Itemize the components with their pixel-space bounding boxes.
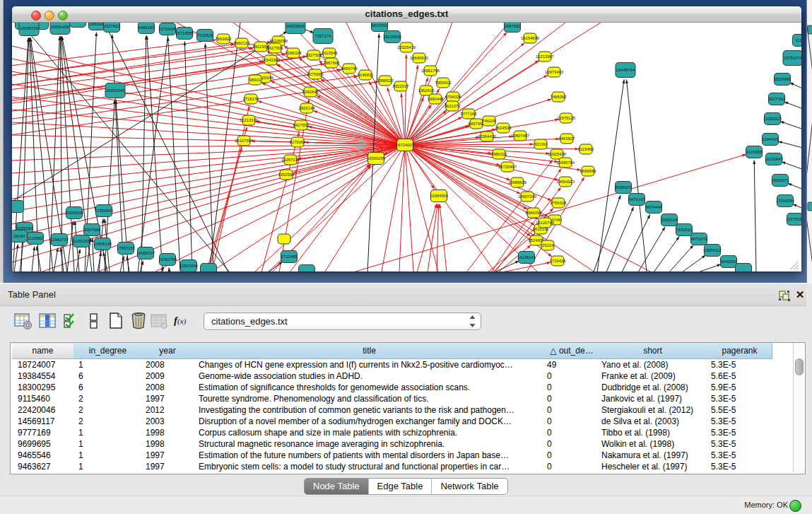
table-cell[interactable]: 5.3E-5 <box>711 393 772 404</box>
table-cell[interactable]: 1 <box>78 359 142 370</box>
column-header-title[interactable]: title <box>193 343 546 359</box>
table-cell[interactable]: 5.3E-5 <box>711 359 772 370</box>
graph-node-teal[interactable]: 14055724 <box>19 23 39 36</box>
graph-node-teal[interactable]: 5710485 <box>281 251 298 263</box>
table-source-dropdown[interactable]: citations_edges.txt <box>204 313 481 330</box>
table-cell[interactable]: 0 <box>547 438 598 450</box>
graph-node-teal[interactable]: 9529966 <box>775 74 792 86</box>
table-cell[interactable]: 14569117 <box>18 416 73 427</box>
table-cell[interactable]: 2 <box>78 393 142 404</box>
fx-icon[interactable]: f(x) <box>174 315 195 333</box>
graph-node-yellow[interactable]: 13654923 <box>556 177 575 187</box>
table-cell[interactable]: 18724007 <box>18 359 73 370</box>
table-cell[interactable]: Yano et al. (2008) <box>601 359 707 370</box>
table-cell[interactable]: 9699695 <box>18 438 73 450</box>
table-cell[interactable]: 1998 <box>146 427 193 438</box>
graph-node-teal[interactable] <box>299 265 315 272</box>
graph-node-teal[interactable]: 17359934 <box>95 205 114 217</box>
table-cell[interactable]: 1997 <box>146 450 193 461</box>
trash-icon[interactable] <box>129 312 148 330</box>
graph-node-teal[interactable]: 39154 <box>12 230 28 243</box>
table-cell[interactable]: 18300295 <box>18 382 73 393</box>
table-cell[interactable]: 2009 <box>146 370 193 382</box>
window-resize-grip[interactable] <box>789 260 800 270</box>
graph-node-teal[interactable]: 15692971 <box>771 175 789 187</box>
memory-ok-icon[interactable] <box>789 500 801 512</box>
graph-node-yellow[interactable]: 2313546 <box>322 48 339 58</box>
graph-node-yellow[interactable]: 1588520 <box>377 76 394 86</box>
graph-node-teal[interactable]: 2935114 <box>661 214 678 226</box>
graph-node-yellow[interactable]: 1621072 <box>445 101 461 111</box>
graph-node-yellow[interactable]: 9084067 <box>526 208 542 218</box>
graph-node-yellow[interactable]: 746206 <box>482 116 496 126</box>
zoom-traffic-light-icon[interactable] <box>58 11 68 21</box>
graph-node-teal[interactable]: 16033809 <box>286 23 305 34</box>
graph-node-yellow[interactable]: 16107554 <box>235 136 254 146</box>
graph-node-teal[interactable]: 15751074 <box>783 51 801 66</box>
graph-node-yellow[interactable]: 8454749 <box>341 64 358 74</box>
table-cell[interactable]: 9777169 <box>18 427 73 438</box>
graph-node-teal[interactable]: 19218506 <box>383 31 402 43</box>
table-cell[interactable]: Wolkin et al. (1998) <box>601 438 707 450</box>
graph-node-yellow[interactable]: 10688609 <box>508 177 526 187</box>
table-cell[interactable]: Disruption of a novel member of a sodium… <box>199 416 546 427</box>
graph-node-teal[interactable]: 20691406 <box>50 23 70 35</box>
table-cell[interactable]: 0 <box>547 382 598 393</box>
table-cell[interactable]: Genome-wide association studies in ADHD. <box>199 370 546 382</box>
graph-node-teal[interactable]: 7515526 <box>197 30 214 42</box>
table-cell[interactable]: Structural magnetic resonance image aver… <box>199 438 546 450</box>
tab-node-table[interactable]: Node Table <box>305 479 369 494</box>
scrollbar-thumb[interactable] <box>795 358 804 375</box>
graph-node-teal[interactable]: 1527602 <box>104 23 120 33</box>
new-document-icon[interactable] <box>107 312 126 330</box>
table-cell[interactable]: 1 <box>78 450 142 461</box>
table-cell[interactable]: Changes of HCN gene expression and I(f) … <box>199 359 546 370</box>
graph-node-yellow[interactable]: 20364436 <box>478 132 497 141</box>
graph-node-yellow[interactable]: 7485063 <box>551 92 567 102</box>
graph-node-teal[interactable]: 6479197 <box>629 194 645 206</box>
table-cell[interactable]: 19384554 <box>18 370 73 382</box>
table-cell[interactable]: 2 <box>78 416 142 427</box>
graph-node-yellow[interactable]: 18724007 <box>396 139 414 151</box>
table-cell[interactable]: 5.3E-5 <box>711 438 772 450</box>
table-cell[interactable]: 1 <box>78 461 142 472</box>
table-cell[interactable]: 1997 <box>146 393 193 404</box>
table-cell[interactable]: 1997 <box>146 461 193 472</box>
graph-node-yellow[interactable]: 8427552 <box>293 120 310 130</box>
graph-node-yellow[interactable]: 2903144 <box>299 103 316 113</box>
graph-node-teal[interactable]: 11175 <box>793 35 802 47</box>
graph-node-teal[interactable]: 11675334 <box>786 214 801 226</box>
graph-node-yellow[interactable]: 16961758 <box>421 66 440 76</box>
graph-node-yellow[interactable]: 3624534 <box>495 123 512 133</box>
graph-node-teal[interactable]: 1145193 <box>73 235 90 247</box>
graph-node-yellow[interactable]: 1990448 <box>428 94 445 104</box>
table-cell[interactable]: Embryonic stem cells: a model to study s… <box>199 461 546 472</box>
graph-node-yellow[interactable]: 9756928 <box>551 198 567 208</box>
graph-node-yellow[interactable]: 7663822 <box>216 34 232 44</box>
table-cell[interactable]: 49 <box>547 359 598 370</box>
table-cell[interactable]: 0 <box>547 370 598 382</box>
table-cell[interactable]: Tourette syndrome. Phenomenology and cla… <box>199 393 546 404</box>
table-cell[interactable]: 6 <box>78 382 142 393</box>
minimize-traffic-light-icon[interactable] <box>45 11 54 21</box>
graph-node-teal[interactable]: 3215958 <box>746 146 763 158</box>
graph-node-teal[interactable]: 20206535 <box>65 207 84 219</box>
graph-node-teal[interactable]: 12823446 <box>180 260 199 272</box>
table-cell[interactable]: Franke et al. (2009) <box>601 370 707 382</box>
graph-node-yellow[interactable]: 9115460 <box>578 144 594 154</box>
graph-node-teal[interactable]: 16210643 <box>765 153 784 165</box>
network-canvas[interactable]: 1405572420691406185757110653267152760264… <box>12 23 801 271</box>
table-cell[interactable]: 9465546 <box>18 450 73 461</box>
table-cell[interactable]: 22420046 <box>18 404 73 416</box>
column-header-short[interactable]: short <box>598 343 708 359</box>
graph-node-teal[interactable]: 8938923 <box>616 182 632 194</box>
table-cell[interactable]: Jankovic et al. (1997) <box>601 393 707 404</box>
graph-node-yellow[interactable]: 8170064 <box>290 137 307 147</box>
graph-node-teal[interactable]: 16782759 <box>158 254 177 266</box>
network-window-titlebar[interactable]: citations_edges.txt <box>12 6 801 23</box>
graph-node-yellow[interactable]: 1733426 <box>550 256 567 266</box>
graph-node-yellow[interactable]: 9242845 <box>302 87 319 97</box>
table-cell[interactable]: 1 <box>78 438 142 450</box>
graph-node-teal[interactable] <box>736 264 752 272</box>
graph-node-teal[interactable]: 1115682 <box>28 233 44 245</box>
